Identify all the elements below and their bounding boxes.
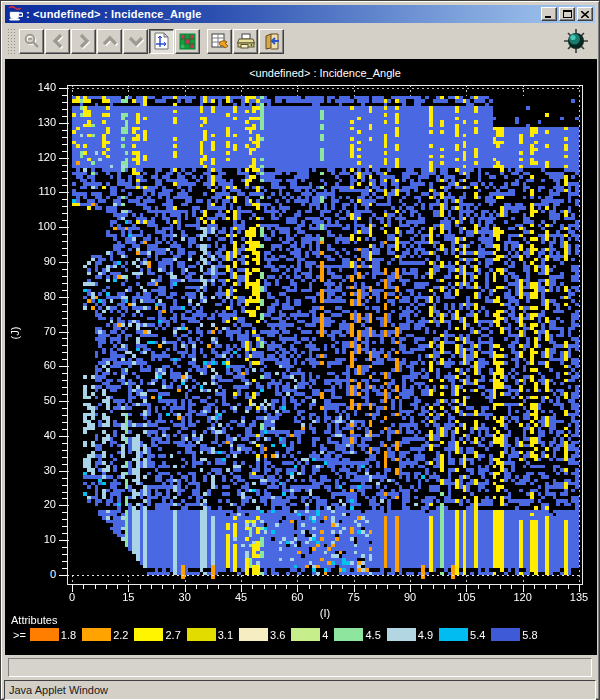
y-minor-tick xyxy=(62,269,67,270)
y-tick-label: 40 xyxy=(15,429,56,441)
y-major-tick xyxy=(59,192,67,193)
applet-banner-text: Java Applet Window xyxy=(9,684,108,696)
y-minor-tick xyxy=(62,325,67,326)
y-major-tick xyxy=(59,575,67,576)
zoom-out-button[interactable] xyxy=(19,29,44,54)
chevron-up-icon xyxy=(102,33,118,49)
y-minor-tick xyxy=(62,394,67,395)
legend-swatch xyxy=(334,628,363,641)
up-button[interactable] xyxy=(97,29,122,54)
x-axis-label: (I) xyxy=(305,607,345,619)
legend-value: 4 xyxy=(322,629,328,641)
y-minor-tick xyxy=(62,380,67,381)
y-minor-tick xyxy=(62,276,67,277)
legend-swatch xyxy=(239,628,268,641)
y-major-tick xyxy=(59,471,67,472)
legend-value: 2.7 xyxy=(165,629,180,641)
x-minor-tick xyxy=(444,585,445,589)
window-title: : <undefined> : Incidence_Angle xyxy=(26,8,202,20)
legend-value: 3.1 xyxy=(218,629,233,641)
x-minor-tick xyxy=(556,585,557,589)
legend-swatch xyxy=(491,628,520,641)
legend-value: 1.8 xyxy=(61,629,76,641)
close-button[interactable] xyxy=(577,7,593,21)
x-minor-tick xyxy=(252,585,253,589)
x-tick-label: 135 xyxy=(559,591,599,603)
x-minor-tick xyxy=(478,585,479,589)
exit-button[interactable] xyxy=(259,29,284,54)
y-minor-tick xyxy=(62,561,67,562)
close-icon xyxy=(581,11,589,18)
x-minor-tick xyxy=(230,585,231,589)
export-table-button[interactable] xyxy=(207,29,232,54)
legend-heading: Attributes xyxy=(11,614,57,626)
plot-view-icon xyxy=(153,32,170,50)
legend-swatch xyxy=(439,628,468,641)
x-tick-label: 60 xyxy=(277,591,317,603)
y-minor-tick xyxy=(62,478,67,479)
x-minor-tick xyxy=(264,585,265,589)
y-major-tick xyxy=(59,505,67,506)
y-minor-tick xyxy=(62,498,67,499)
next-button[interactable] xyxy=(71,29,96,54)
y-minor-tick xyxy=(62,443,67,444)
x-minor-tick xyxy=(162,585,163,589)
y-tick-label: 50 xyxy=(15,394,56,406)
y-tick-label: 60 xyxy=(15,359,56,371)
status-field xyxy=(8,658,592,677)
chevron-left-icon xyxy=(50,33,66,49)
y-minor-tick xyxy=(62,171,67,172)
previous-button[interactable] xyxy=(45,29,70,54)
y-axis-label: (J) xyxy=(9,327,21,340)
plot-view-button[interactable] xyxy=(149,29,174,54)
y-minor-tick xyxy=(62,568,67,569)
minimize-button[interactable] xyxy=(541,7,557,21)
title-bar[interactable]: : <undefined> : Incidence_Angle xyxy=(5,5,595,23)
x-tick-label: 75 xyxy=(334,591,374,603)
legend-value: 4.5 xyxy=(365,629,380,641)
x-minor-tick xyxy=(387,585,388,589)
y-minor-tick xyxy=(62,422,67,423)
x-minor-tick xyxy=(309,585,310,589)
y-minor-tick xyxy=(62,144,67,145)
y-minor-tick xyxy=(62,554,67,555)
export-table-icon xyxy=(211,33,229,50)
print-button[interactable] xyxy=(233,29,258,54)
y-tick-label: 140 xyxy=(15,81,56,93)
x-minor-tick xyxy=(95,585,96,589)
y-major-tick xyxy=(59,262,67,263)
y-tick-label: 30 xyxy=(15,464,56,476)
y-major-tick xyxy=(59,158,67,159)
x-tick-label: 0 xyxy=(52,591,92,603)
x-minor-tick xyxy=(286,585,287,589)
x-tick-label: 120 xyxy=(503,591,543,603)
y-minor-tick xyxy=(62,199,67,200)
y-tick-label: 130 xyxy=(15,116,56,128)
y-minor-tick xyxy=(62,311,67,312)
legend-swatch xyxy=(30,628,59,641)
down-button[interactable] xyxy=(123,29,148,54)
java-cup-icon xyxy=(7,6,23,22)
x-minor-tick xyxy=(489,585,490,589)
legend-row: >= 1.82.22.73.13.644.54.95.45.8 xyxy=(13,627,544,642)
x-minor-tick xyxy=(500,585,501,589)
legend-value: 4.9 xyxy=(418,629,433,641)
window-controls xyxy=(539,7,593,21)
y-minor-tick xyxy=(62,95,67,96)
y-minor-tick xyxy=(62,116,67,117)
y-minor-tick xyxy=(62,248,67,249)
legend-value: 3.6 xyxy=(270,629,285,641)
y-minor-tick xyxy=(62,304,67,305)
maximize-button[interactable] xyxy=(559,7,575,21)
x-minor-tick xyxy=(534,585,535,589)
raster-view-button[interactable] xyxy=(175,29,200,54)
y-minor-tick xyxy=(62,255,67,256)
y-minor-tick xyxy=(62,345,67,346)
x-minor-tick xyxy=(106,585,107,589)
x-minor-tick xyxy=(342,585,343,589)
x-tick-label: 30 xyxy=(165,591,205,603)
toolbar-grip[interactable] xyxy=(7,28,16,54)
applet-window: : <undefined> : Incidence_Angle xyxy=(0,0,600,700)
y-minor-tick xyxy=(62,151,67,152)
y-tick-label: 90 xyxy=(15,255,56,267)
